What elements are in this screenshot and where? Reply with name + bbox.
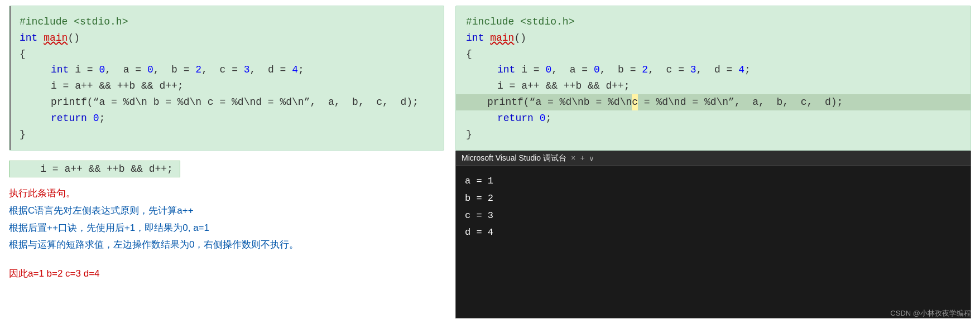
r-semicolon1: ; [744, 62, 751, 78]
console-titlebar: Microsoft Visual Studio 调试台 × + ∨ [456, 151, 971, 166]
console-close-button[interactable]: × [571, 154, 575, 163]
exp-line-1: 执行此条语句。 [9, 185, 444, 202]
stmt2: i = a++ && ++b && d++; [51, 78, 184, 94]
console-window: Microsoft Visual Studio 调试台 × + ∨ a = 1 … [455, 151, 971, 318]
console-title: Microsoft Visual Studio 调试台 [462, 153, 566, 163]
r-num0b: 0 [594, 62, 600, 78]
console-chevron-button[interactable]: ∨ [589, 154, 594, 163]
num4: 4 [292, 62, 298, 78]
num3: 3 [244, 62, 250, 78]
r-comma2: , b = [600, 62, 642, 78]
r-main-function: main [490, 30, 514, 46]
conclusion: 因此a=1 b=2 c=3 d=4 [9, 267, 444, 280]
r-return-keyword: return [497, 110, 540, 127]
r-open-brace: { [466, 46, 472, 62]
exp-line-4: 根据与运算的短路求值，左边操作数结果为0，右侧操作数则不执行。 [9, 236, 444, 254]
r-comma4: , d = [696, 62, 739, 78]
r-code-line-3: { [466, 46, 960, 62]
num2: 2 [195, 62, 201, 78]
close-brace: } [20, 127, 26, 143]
left-code-block: #include <stdio.h> int main() { int i = … [9, 6, 444, 151]
r-vars: i = [521, 62, 545, 78]
num0b: 0 [147, 62, 153, 78]
r-num3: 3 [690, 62, 696, 78]
code-line-3: { [20, 46, 434, 62]
return-keyword: return [51, 110, 93, 127]
console-output-line-4: d = 4 [465, 224, 962, 241]
r-comma3: , c = [648, 62, 690, 78]
r-close-brace: } [466, 127, 472, 143]
snippet-area: i = a++ && ++b && d++; [9, 158, 444, 177]
r-code-line-8: } [466, 127, 960, 143]
exp-line-3: 根据后置++口诀，先使用后+1，即结果为0, a=1 [9, 220, 444, 237]
right-code-block: #include <stdio.h> int main() { int i = … [455, 6, 971, 151]
int-keyword-2: int [51, 62, 75, 78]
r-num2: 2 [642, 62, 648, 78]
semicolon2: ; [99, 110, 105, 127]
r-semicolon2: ; [545, 110, 551, 127]
r-include: #include <stdio.h> [466, 14, 574, 30]
r-code-line-7: return 0; [466, 110, 960, 127]
main-container: #include <stdio.h> int main() { int i = … [0, 0, 980, 324]
int-keyword: int [20, 30, 44, 46]
console-body: a = 1 b = 2 c = 3 d = 4 [456, 166, 971, 248]
r-code-line-1: #include <stdio.h> [466, 14, 960, 30]
include-directive: #include <stdio.h> [20, 14, 128, 30]
code-line-8: } [20, 127, 434, 143]
comma4: , d = [250, 62, 292, 78]
right-panel: #include <stdio.h> int main() { int i = … [455, 6, 971, 318]
code-line-1: #include <stdio.h> [20, 14, 434, 30]
r-printf2: = %d\nd = %d\n”, a, b, c, d); [638, 94, 843, 110]
comma2: , b = [153, 62, 196, 78]
left-panel: #include <stdio.h> int main() { int i = … [9, 6, 444, 318]
r-return-zero: 0 [540, 110, 546, 127]
explanation-block: 执行此条语句。 根据C语言先对左侧表达式原则，先计算a++ 根据后置++口诀，先… [9, 185, 444, 253]
num0: 0 [99, 62, 105, 78]
r-printf: printf(“a = %d\nb = %d\n [487, 94, 632, 110]
main-function: main [44, 30, 68, 46]
r-code-line-2: int main() [466, 30, 960, 46]
return-zero: 0 [93, 110, 99, 127]
code-line-2: int main() [20, 30, 434, 46]
r-int-keyword: int [466, 30, 490, 46]
r-stmt2: i = a++ && ++b && d++; [497, 78, 630, 94]
console-output-line-2: b = 2 [465, 190, 962, 207]
console-output-line-3: c = 3 [465, 207, 962, 225]
comma3: , c = [201, 62, 244, 78]
main-parens: () [68, 30, 80, 46]
r-int-keyword-2: int [497, 62, 521, 78]
r-code-line-5: i = a++ && ++b && d++; [466, 78, 960, 94]
r-printf-highlight: c [632, 94, 638, 110]
exp-line-2: 根据C语言先对左侧表达式原则，先计算a++ [9, 202, 444, 220]
r-num4: 4 [738, 62, 744, 78]
r-code-line-4: int i = 0 , a = 0 , b = 2 , c = 3 , d = … [466, 62, 960, 78]
code-line-7: return 0; [20, 110, 434, 127]
vars: i = [75, 62, 99, 78]
code-line-4: int i = 0 , a = 0 , b = 2 , c = 3 , d = … [20, 62, 434, 78]
code-line-6: printf(“a = %d\n b = %d\n c = %d\nd = %d… [20, 94, 434, 110]
r-num0: 0 [545, 62, 551, 78]
r-code-line-6-highlighted: printf(“a = %d\nb = %d\nc = %d\nd = %d\n… [456, 94, 971, 110]
snippet-box: i = a++ && ++b && d++; [9, 161, 180, 177]
printf1: printf(“a = %d\n b = %d\n c = %d\nd = %d… [51, 94, 419, 110]
open-brace: { [20, 46, 26, 62]
console-output-line-1: a = 1 [465, 173, 962, 190]
r-main-parens: () [514, 30, 526, 46]
left-border [9, 6, 11, 150]
comma1: , a = [105, 62, 147, 78]
watermark: CSDN @小林孜夜学编程 [890, 308, 971, 318]
code-line-5: i = a++ && ++b && d++; [20, 78, 434, 94]
r-comma1: , a = [551, 62, 594, 78]
console-plus-button[interactable]: + [580, 154, 584, 163]
semicolon1: ; [298, 62, 304, 78]
